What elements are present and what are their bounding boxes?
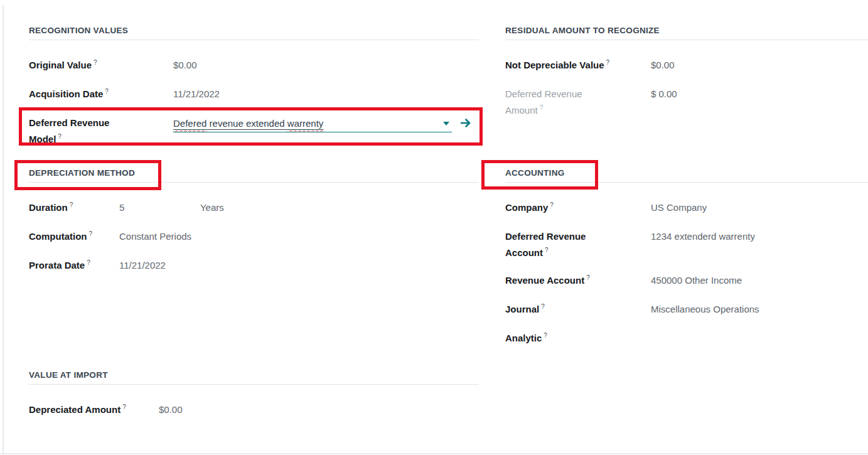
field-label-depreciated-amount: Depreciated Amount?	[29, 402, 159, 418]
field-value-deferred-revenue-account[interactable]: 1234 extenderd warrenty	[651, 228, 868, 245]
help-marker: ?	[550, 201, 554, 208]
field-value-original-value[interactable]: $0.00	[173, 57, 479, 73]
section-recognition-values: RECOGNITION VALUES Original Value? $0.00…	[29, 26, 479, 147]
section-depreciation-method: DEPRECIATION METHOD Duration? 5 Years Co…	[29, 169, 479, 286]
help-marker: ?	[58, 133, 62, 140]
deferred-revenue-model-input-text[interactable]: Defered revenue extended warrenty	[173, 115, 438, 132]
help-marker: ?	[88, 230, 92, 237]
internal-link-button[interactable]	[460, 117, 471, 129]
deferred-revenue-model-input[interactable]: Defered revenue extended warrenty	[173, 115, 452, 132]
field-value-acquisition-date[interactable]: 11/21/2022	[173, 86, 479, 102]
field-value-deferred-revenue-amount: $ 0.00	[651, 86, 868, 102]
field-row-duration: Duration? 5 Years	[29, 200, 479, 228]
field-label-acquisition-date: Acquisition Date?	[29, 86, 173, 102]
field-label-company: Company?	[505, 200, 651, 216]
left-column: RECOGNITION VALUES Original Value? $0.00…	[29, 0, 479, 431]
section-residual-amount: RESIDUAL AMOUNT TO RECOGNIZE Not Depreci…	[505, 26, 868, 119]
field-value-prorata-date[interactable]: 11/21/2022	[119, 257, 479, 274]
help-marker: ?	[544, 332, 547, 339]
field-label-journal: Journal?	[505, 301, 651, 318]
field-label-duration: Duration?	[29, 200, 119, 216]
section-accounting: ACCOUNTING Company? US Company Deferred …	[505, 169, 868, 359]
help-marker: ?	[70, 201, 73, 208]
field-row-journal: Journal? Miscellaneous Operations	[505, 301, 868, 330]
field-row-deferred-revenue-model: Deferred Revenue Model? Defered revenue …	[29, 115, 479, 147]
field-label-revenue-account: Revenue Account?	[505, 272, 651, 289]
section-title-value-at-import: VALUE AT IMPORT	[29, 371, 479, 385]
field-value-computation[interactable]: Constant Periods	[119, 228, 479, 245]
field-row-company: Company? US Company	[505, 200, 868, 228]
section-value-at-import: VALUE AT IMPORT Depreciated Amount? $0.0…	[29, 371, 479, 431]
field-row-prorata-date: Prorata Date? 11/21/2022	[29, 257, 479, 286]
duration-input[interactable]: 5	[119, 200, 198, 216]
duration-unit-label: Years	[200, 202, 224, 213]
help-marker: ?	[545, 247, 549, 254]
section-title-residual-amount: RESIDUAL AMOUNT TO RECOGNIZE	[505, 26, 868, 40]
field-row-not-depreciable-value: Not Depreciable Value? $0.00	[505, 57, 868, 86]
field-value-journal[interactable]: Miscellaneous Operations	[651, 301, 868, 318]
field-label-prorata-date: Prorata Date?	[29, 257, 119, 274]
help-marker: ?	[122, 404, 126, 410]
field-row-revenue-account: Revenue Account? 450000 Other Income	[505, 272, 868, 301]
right-column: RESIDUAL AMOUNT TO RECOGNIZE Not Depreci…	[505, 0, 868, 359]
sheet-left-border	[3, 5, 4, 455]
field-row-depreciated-amount: Depreciated Amount? $0.00	[29, 402, 479, 431]
field-value-company[interactable]: US Company	[651, 200, 868, 216]
help-marker: ?	[540, 104, 544, 111]
field-value-revenue-account[interactable]: 450000 Other Income	[651, 272, 868, 289]
deferred-revenue-form: RECOGNITION VALUES Original Value? $0.00…	[0, 0, 868, 455]
help-marker: ?	[586, 274, 590, 281]
help-marker: ?	[94, 59, 97, 66]
field-label-not-depreciable-value: Not Depreciable Value?	[505, 57, 651, 73]
field-label-deferred-revenue-amount: Deferred Revenue Amount?	[505, 86, 651, 119]
help-marker: ?	[541, 303, 545, 310]
dropdown-caret-icon[interactable]	[443, 122, 449, 126]
field-row-original-value: Original Value? $0.00	[29, 57, 479, 86]
field-value-duration: 5 Years	[119, 200, 479, 216]
field-label-analytic: Analytic?	[505, 330, 651, 346]
help-marker: ?	[606, 59, 610, 66]
field-value-depreciated-amount[interactable]: $0.00	[159, 402, 479, 418]
section-title-recognition-values: RECOGNITION VALUES	[29, 26, 479, 40]
field-row-acquisition-date: Acquisition Date? 11/21/2022	[29, 86, 479, 115]
section-title-accounting: ACCOUNTING	[505, 169, 868, 183]
field-row-computation: Computation? Constant Periods	[29, 228, 479, 257]
field-label-deferred-revenue-account: Deferred Revenue Account?	[505, 228, 651, 261]
help-marker: ?	[87, 259, 90, 266]
field-label-original-value: Original Value?	[29, 57, 173, 73]
field-label-deferred-revenue-model: Deferred Revenue Model?	[29, 115, 173, 147]
field-row-deferred-revenue-amount: Deferred Revenue Amount? $ 0.00	[505, 86, 868, 119]
sheet-bottom-border	[0, 453, 868, 454]
field-row-deferred-revenue-account: Deferred Revenue Account? 1234 extenderd…	[505, 228, 868, 272]
help-marker: ?	[105, 88, 109, 95]
field-label-computation: Computation?	[29, 228, 119, 245]
field-value-not-depreciable-value[interactable]: $0.00	[651, 57, 868, 73]
arrow-right-icon	[460, 117, 471, 129]
section-title-depreciation-method: DEPRECIATION METHOD	[29, 169, 479, 183]
field-row-analytic: Analytic?	[505, 330, 868, 359]
